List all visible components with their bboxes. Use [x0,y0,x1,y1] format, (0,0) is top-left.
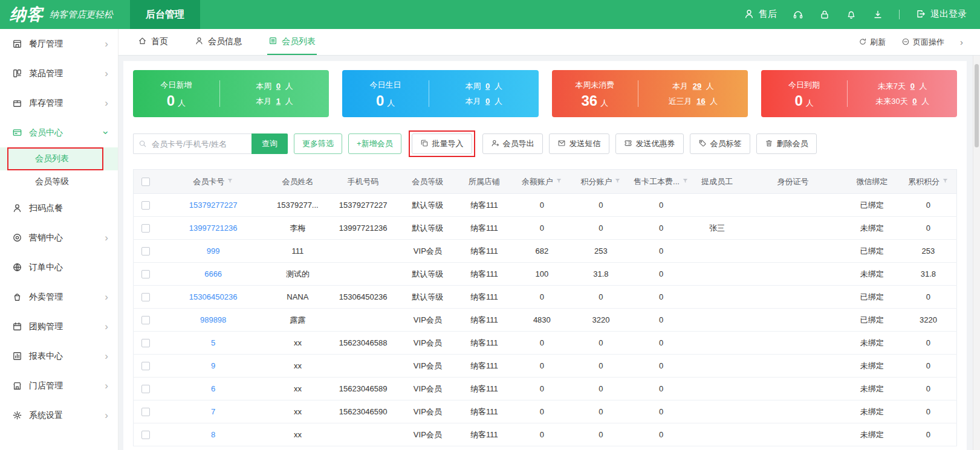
row-checkbox[interactable] [141,293,150,301]
member-card-link[interactable]: 6666 [204,269,222,278]
row-checkbox[interactable] [141,339,150,347]
filter-icon[interactable] [227,178,233,184]
member-card-link[interactable]: 15379277227 [189,201,238,210]
sidebar-item-label: 团购管理 [29,321,63,332]
add-member-button[interactable]: +新增会员 [348,133,401,154]
send-coupon-button[interactable]: 发送优惠券 [615,133,684,154]
download-icon[interactable] [872,9,883,20]
column-header[interactable]: 会员姓名 [268,170,327,194]
column-header[interactable]: 累积积分 [900,170,957,194]
stat-card-line[interactable]: 未来30天 0 人 [875,96,929,107]
member-card-link[interactable]: 13997721236 [189,223,238,233]
table-row: 999111VIP会员纳客1116822530已绑定253 [134,240,957,263]
stat-card-line[interactable]: 本周 0 人 [465,81,502,92]
column-header[interactable]: 所属店铺 [456,170,513,194]
column-header[interactable]: 会员等级 [400,170,456,194]
sidebar-item-dishes[interactable]: 菜品管理› [0,59,118,88]
logout-button[interactable]: 退出登录 [915,8,967,20]
scrollbar-thumb[interactable] [975,64,979,147]
tab-member-info[interactable]: 会员信息 [193,29,243,55]
refresh-button[interactable]: 刷新 [858,37,886,48]
lock-icon[interactable] [819,9,830,20]
row-checkbox[interactable] [141,431,150,439]
chevron-right-icon[interactable]: › [960,37,963,47]
button-label: 发送短信 [570,138,601,149]
sidebar-item-label: 报表中心 [29,351,63,362]
row-checkbox[interactable] [141,362,150,370]
table-cell: 未绑定 [843,332,900,355]
member-card-link[interactable]: 9 [211,361,215,370]
headset-icon[interactable] [793,9,803,20]
tab-home[interactable]: 首页 [137,29,169,55]
filter-icon[interactable] [556,178,562,184]
tab-member-list[interactable]: 会员列表 [267,29,317,55]
batch-import-button[interactable]: 批量导入 [412,133,472,154]
stat-card-line[interactable]: 本月 29 人 [672,81,714,92]
send-sms-button[interactable]: 发送短信 [549,133,609,154]
member-export-button[interactable]: 会员导出 [482,133,543,154]
column-header[interactable]: 会员卡号 [158,170,268,194]
after-sales-button[interactable]: 售后 [744,8,777,20]
stat-card-line[interactable]: 未来7天 0 人 [878,81,927,92]
sidebar-item-inventory[interactable]: 库存管理› [0,88,118,118]
sidebar-item-member-center[interactable]: 会员中心› [0,118,118,147]
row-checkbox[interactable] [141,247,150,256]
bell-icon[interactable] [846,9,857,20]
table-row: 8xxVIP会员纳客111000未绑定0 [134,423,957,446]
column-header[interactable]: 余额账户 [513,170,572,194]
sidebar-item-takeout[interactable]: 外卖管理› [0,282,118,312]
row-checkbox[interactable] [141,201,150,210]
stat-card-line[interactable]: 近三月 16 人 [669,96,718,107]
column-header[interactable]: 积分账户 [571,170,631,194]
table-cell: 露露 [268,309,327,332]
member-card-link[interactable]: 7 [211,407,215,416]
column-header[interactable]: 微信绑定 [843,170,900,194]
row-checkbox[interactable] [141,408,150,416]
tab-label: 首页 [151,36,168,47]
table-cell: 0 [513,217,572,240]
select-all-checkbox[interactable] [141,178,150,186]
member-tag-button[interactable]: 会员标签 [690,133,750,154]
sidebar-item-order-center[interactable]: 订单中心 [0,252,118,282]
delete-member-button[interactable]: 删除会员 [756,133,817,154]
table-cell: 0 [513,286,572,309]
row-checkbox[interactable] [141,385,150,393]
table-cell: VIP会员 [400,378,456,400]
sidebar-subitem-member-list[interactable]: 会员列表 [0,147,118,170]
query-button[interactable]: 查询 [251,133,288,154]
stat-card-line[interactable]: 本月 0 人 [465,96,502,107]
sidebar-item-settings[interactable]: 系统设置› [0,400,118,430]
sidebar-subitem-member-level[interactable]: 会员等级 [0,170,118,193]
nav-tab-backend[interactable]: 后台管理 [130,0,200,29]
sidebar-item-reports[interactable]: 报表中心› [0,341,118,371]
row-checkbox[interactable] [141,224,150,233]
member-card-link[interactable]: 999 [207,246,220,256]
column-header[interactable]: 售卡工本费... [631,170,692,194]
member-card-link[interactable]: 8 [211,430,215,439]
member-card-link[interactable]: 6 [211,384,215,393]
column-header-label: 余额账户 [522,177,553,186]
column-header[interactable]: 身份证号 [742,170,844,194]
stat-card-line[interactable]: 本周 0 人 [256,81,293,92]
row-checkbox[interactable] [141,270,150,278]
column-header[interactable]: 手机号码 [327,170,400,194]
table-cell [692,194,742,217]
column-header[interactable]: 提成员工 [692,170,742,194]
sidebar-item-scan-order[interactable]: 扫码点餐 [0,193,118,223]
filter-icon[interactable] [682,178,689,184]
member-card-link[interactable]: 989898 [200,315,226,324]
sidebar-item-stores[interactable]: 门店管理› [0,371,118,400]
more-filter-button[interactable]: 更多筛选 [294,133,342,154]
sidebar-item-groupbuy[interactable]: 团购管理› [0,312,118,341]
filter-icon[interactable] [614,178,621,184]
member-search-input[interactable] [133,133,251,154]
sidebar-item-marketing[interactable]: 营销中心› [0,223,118,252]
vertical-scrollbar[interactable] [973,56,980,450]
page-ops-button[interactable]: 页面操作 [901,37,944,48]
filter-icon[interactable] [942,178,949,184]
member-card-link[interactable]: 15306450236 [189,292,238,301]
row-checkbox[interactable] [141,316,150,324]
sidebar-item-restaurant[interactable]: 餐厅管理› [0,29,118,59]
stat-card-line[interactable]: 本月 1 人 [256,96,293,107]
member-card-link[interactable]: 5 [211,338,215,347]
